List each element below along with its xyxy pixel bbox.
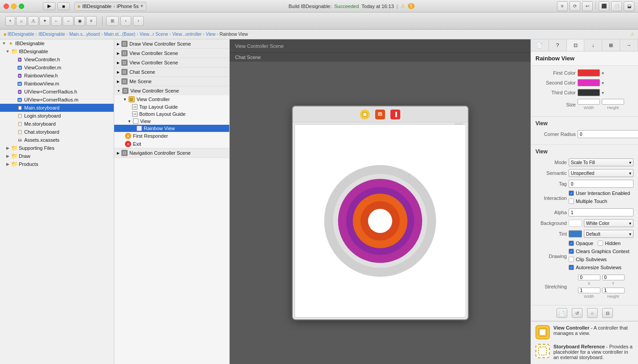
tab-file-inspector[interactable]: 📄 <box>531 39 549 51</box>
sidebar-viewcontroller-h[interactable]: h ViewController.h <box>0 55 114 63</box>
breadcrumb-ibdesignable[interactable]: IBDesignable <box>8 32 34 37</box>
sidebar-viewcontroller-m[interactable]: m ViewController.m <box>0 63 114 72</box>
scene-rainbow-view-row[interactable]: Rainbow View <box>114 125 229 132</box>
sidebar-root[interactable]: ▼ ■ IBDesignable <box>0 39 114 47</box>
corner-radius-input[interactable] <box>578 130 638 138</box>
stretch-h-input[interactable] <box>602 288 625 293</box>
layers-icon[interactable]: ⊟ <box>602 308 613 318</box>
breadcrumb-main-storyboard[interactable]: Main.s...yboard <box>69 32 100 37</box>
third-color-arrow[interactable]: ▾ <box>602 90 604 95</box>
view-toggle-1[interactable]: ⬛ <box>599 1 609 11</box>
search-button[interactable]: ⌕ <box>16 16 27 26</box>
clears-graphics-cb[interactable] <box>569 249 574 254</box>
jump-button[interactable]: ↩ <box>582 1 593 11</box>
scene-vc-1-header[interactable]: ▶ ⊡ View Controller Scene <box>114 49 229 58</box>
navigator-toggle[interactable]: ≡ <box>557 1 568 11</box>
circle-icon[interactable]: ○ <box>587 308 598 318</box>
doc-icon[interactable]: 📄 <box>557 308 567 318</box>
stop-button[interactable]: ■ <box>57 2 70 10</box>
second-color-arrow[interactable]: ▾ <box>602 80 604 85</box>
second-color-swatch[interactable] <box>578 79 600 86</box>
library-vc-icon[interactable] <box>535 325 550 339</box>
sidebar-supporting-files[interactable]: ▶ 📁 Supporting Files <box>0 144 114 152</box>
stretch-w-input[interactable] <box>578 288 600 293</box>
scene-exit[interactable]: ✕ Exit <box>114 140 229 148</box>
sidebar-login-storyboard[interactable]: 📋 Login.storyboard <box>0 112 114 120</box>
sidebar-draw[interactable]: ▶ 📁 Draw <box>0 152 114 160</box>
minimize-button[interactable] <box>11 4 17 9</box>
sidebar-uiview-corner-h[interactable]: h UIView+CornerRadius.h <box>0 88 114 96</box>
first-color-arrow[interactable]: ▾ <box>602 71 604 76</box>
third-color-swatch[interactable] <box>578 89 600 96</box>
size-width-input[interactable] <box>578 99 600 105</box>
user-interaction-cb[interactable] <box>569 190 574 196</box>
scheme-selector[interactable]: ■ IBDesignable › iPhone 5s ▾ <box>74 2 146 11</box>
tint-color-swatch[interactable] <box>569 230 582 237</box>
sidebar-assets[interactable]: 🗂 Assets.xcassets <box>0 136 114 144</box>
scene-vc-2-header[interactable]: ▶ ⊡ View Controller Scene <box>114 58 229 67</box>
scene-me-header[interactable]: ▶ ⊡ Me Scene <box>114 77 229 86</box>
breadcrumb-main-base[interactable]: Main.st...(Base) <box>104 32 135 37</box>
tag-input[interactable] <box>569 180 634 188</box>
breadcrumb-view-scene[interactable]: View...r Scene <box>140 32 168 37</box>
breadcrumb-view-controller[interactable]: View...ontroller <box>172 32 201 37</box>
run-button[interactable]: ▶ <box>43 2 56 10</box>
alpha-input[interactable] <box>569 208 634 216</box>
tab-identity[interactable]: ⊡ <box>567 39 585 51</box>
first-color-swatch[interactable] <box>578 69 600 76</box>
stretch-x-input[interactable] <box>578 275 600 280</box>
close-button[interactable] <box>4 4 9 9</box>
debug-toggle[interactable]: ⟳ <box>569 1 580 11</box>
sidebar-rainbowview-h[interactable]: h RainbowView.h <box>0 72 114 80</box>
new-file-button[interactable]: + <box>5 16 15 26</box>
sidebar-me-storyboard[interactable]: 📋 Me.storyboard <box>0 120 114 128</box>
forward-button[interactable]: → <box>63 16 73 26</box>
nav-back-button[interactable]: ‹ <box>120 16 131 26</box>
scene-top-layout[interactable]: ▭ Top Layout Guide <box>114 103 229 110</box>
tab-attributes[interactable]: ↓ <box>584 39 602 51</box>
issues-button[interactable]: ⚠ <box>28 16 39 26</box>
breadcrumb-view[interactable]: View <box>206 32 216 37</box>
stretch-y-input[interactable] <box>602 275 625 280</box>
scene-view-row[interactable]: ▼ View <box>114 118 229 125</box>
mode-dropdown[interactable]: Scale To Fill ▾ <box>569 158 634 166</box>
opaque-cb[interactable] <box>569 241 574 246</box>
scene-nav-header[interactable]: ▶ ⊡ Navigation Controller Scene <box>114 148 229 157</box>
semantic-dropdown[interactable]: Unspecified ▾ <box>569 169 634 177</box>
tab-connections[interactable]: → <box>620 39 638 51</box>
autoresize-subviews-cb[interactable] <box>569 265 574 270</box>
tab-quick-help[interactable]: ? <box>549 39 567 51</box>
scene-bottom-layout[interactable]: ▭ Bottom Layout Guide <box>114 110 229 118</box>
library-sr-icon[interactable] <box>535 344 550 358</box>
view-toggle-3[interactable]: ⬓ <box>624 1 634 11</box>
fix-button[interactable]: ✦ <box>39 16 50 26</box>
sidebar-rainbowview-m[interactable]: m RainbowView.m <box>0 80 114 88</box>
background-dropdown[interactable]: White Color ▾ <box>584 219 634 227</box>
maximize-button[interactable] <box>19 4 24 9</box>
sidebar-chat-storyboard[interactable]: 📋 Chat.storyboard <box>0 128 114 136</box>
break-button[interactable]: ◉ <box>74 16 85 26</box>
hidden-cb[interactable] <box>598 241 603 246</box>
sync-icon[interactable]: ↺ <box>572 308 582 318</box>
sidebar-uiview-corner-m[interactable]: m UIView+CornerRadius.m <box>0 96 114 104</box>
size-height-input[interactable] <box>602 99 624 105</box>
scene-draw-vc-header[interactable]: ▶ ⊡ Draw View Controller Scene <box>114 39 229 48</box>
thread-button[interactable]: ≡ <box>86 16 97 26</box>
tint-dropdown[interactable]: Default ▾ <box>584 230 634 238</box>
multiple-touch-cb[interactable] <box>569 199 574 204</box>
sidebar-main-storyboard[interactable]: 📋 Main.storyboard <box>0 104 114 112</box>
back-button[interactable]: ← <box>51 16 62 26</box>
nav-forward-button[interactable]: › <box>133 16 144 26</box>
scene-view-controller-row[interactable]: ▼ ⊡ View Controller <box>114 95 229 103</box>
tab-size[interactable]: ⊞ <box>602 39 620 51</box>
scene-vc-expanded-header[interactable]: ▼ ⊡ View Controller Scene <box>114 86 229 95</box>
sidebar-ibdesignable-group[interactable]: ▼ 📁 IBDesignable <box>0 47 114 55</box>
grid-view-button[interactable]: ⊞ <box>106 16 119 26</box>
scene-chat-header[interactable]: ▶ ⊡ Chat Scene <box>114 68 229 76</box>
breadcrumb-ibdesignable-2[interactable]: IBDesignable <box>39 32 65 37</box>
scene-first-responder[interactable]: ● First Responder <box>114 132 229 140</box>
background-color-swatch[interactable] <box>569 220 582 227</box>
view-toggle-2[interactable]: ⬜ <box>611 1 622 11</box>
sidebar-products[interactable]: ▶ 📁 Products <box>0 160 114 168</box>
clip-subviews-cb[interactable] <box>569 257 574 262</box>
